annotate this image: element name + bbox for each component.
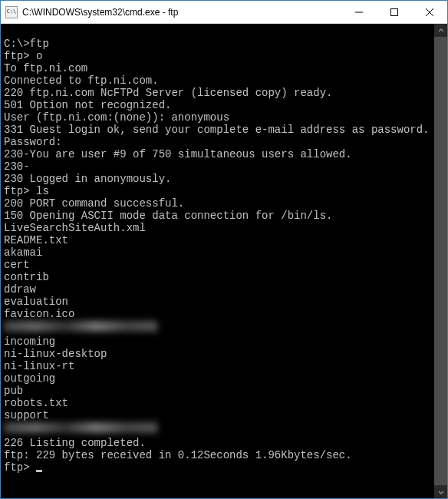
terminal-line: ftp> o [4, 50, 431, 62]
terminal-line: To ftp.ni.com [4, 62, 431, 74]
command-prompt-window: C:\ C:\WINDOWS\system32\cmd.exe - ftp C:… [0, 0, 448, 499]
terminal-line: contrib [4, 271, 431, 283]
minimize-button[interactable] [341, 1, 377, 23]
svg-rect-1 [391, 8, 398, 15]
terminal-line: support [4, 409, 431, 421]
terminal-line [4, 25, 431, 38]
redacted-line [4, 422, 157, 433]
terminal-line: LiveSearchSiteAuth.xml [4, 222, 431, 234]
terminal-line: 226 Listing completed. [4, 437, 431, 449]
window-controls [341, 1, 447, 23]
maximize-button[interactable] [377, 1, 412, 23]
minimize-icon [355, 8, 363, 16]
terminal-line: outgoing [4, 372, 431, 385]
terminal-line: pub [4, 385, 431, 397]
terminal-line: User (ftp.ni.com:(none)): anonymous [4, 111, 431, 124]
terminal-line: Password: [4, 136, 431, 148]
terminal-output[interactable]: C:\>ftpftp> oTo ftp.ni.comConnected to f… [1, 24, 434, 498]
terminal-line: cert [4, 259, 431, 271]
terminal-line [4, 320, 431, 335]
terminal-line: incoming [4, 335, 431, 348]
terminal-line: 230 Logged in anonymously. [4, 173, 431, 185]
terminal-line: 220 ftp.ni.com NcFTPd Server (licensed c… [4, 87, 431, 99]
chevron-up-icon [438, 28, 444, 34]
terminal-line: README.txt [4, 234, 431, 246]
terminal-line: akamai [4, 246, 431, 259]
terminal-cursor [36, 470, 42, 472]
terminal-line: ni-linux-rt [4, 360, 431, 372]
terminal-line [4, 421, 431, 437]
terminal-line: ddraw [4, 283, 431, 296]
redacted-line [4, 321, 157, 332]
maximize-icon [390, 8, 398, 16]
scroll-down-button[interactable] [434, 485, 447, 498]
terminal-line: favicon.ico [4, 308, 431, 320]
scrollbar-thumb[interactable] [434, 37, 447, 485]
close-button[interactable] [412, 1, 447, 23]
terminal-prompt: ftp> [4, 461, 36, 474]
terminal-line: 230-You are user #9 of 750 simultaneous … [4, 148, 431, 160]
terminal-line: ni-linux-desktop [4, 348, 431, 360]
terminal-line: Connected to ftp.ni.com. [4, 74, 431, 87]
terminal-line: 501 Option not recognized. [4, 99, 431, 111]
titlebar[interactable]: C:\ C:\WINDOWS\system32\cmd.exe - ftp [1, 1, 447, 24]
terminal-prompt-line[interactable]: ftp> [4, 461, 431, 474]
terminal-line: ftp: 229 bytes received in 0.12Seconds 1… [4, 449, 431, 461]
terminal-line: ftp> ls [4, 185, 431, 197]
terminal-line: 200 PORT command successful. [4, 197, 431, 210]
terminal-area: C:\>ftpftp> oTo ftp.ni.comConnected to f… [1, 24, 447, 498]
terminal-line: evaluation [4, 296, 431, 308]
chevron-down-icon [438, 489, 444, 495]
terminal-line: robots.txt [4, 397, 431, 409]
vertical-scrollbar[interactable] [434, 24, 447, 498]
terminal-line: 331 Guest login ok, send your complete e… [4, 124, 431, 136]
app-icon-text: C:\ [7, 9, 17, 15]
terminal-line: 230- [4, 160, 431, 173]
app-icon: C:\ [5, 6, 18, 18]
scroll-up-button[interactable] [434, 24, 447, 37]
scrollbar-track[interactable] [434, 37, 447, 485]
terminal-line: 150 Opening ASCII mode data connection f… [4, 210, 431, 222]
terminal-line: C:\>ftp [4, 38, 431, 50]
close-icon [426, 8, 433, 16]
window-title: C:\WINDOWS\system32\cmd.exe - ftp [22, 7, 341, 18]
